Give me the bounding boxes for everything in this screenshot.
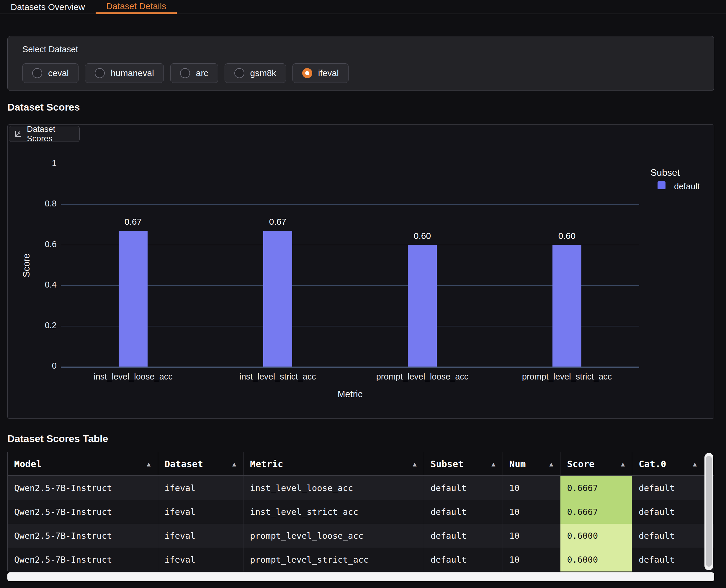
x-axis-line xyxy=(61,366,639,368)
tab-label: Dataset Details xyxy=(106,1,166,11)
table-row: Qwen2.5-7B-Instructifevalprompt_level_lo… xyxy=(8,524,714,548)
table-cell: inst_level_loose_acc xyxy=(243,476,424,500)
sort-ascending-icon[interactable]: ▲ xyxy=(549,460,553,468)
column-header-subset[interactable]: Subset▲ xyxy=(424,453,503,475)
bar-prompt_level_loose_acc xyxy=(408,245,437,366)
sort-ascending-icon[interactable]: ▲ xyxy=(413,460,417,468)
sort-ascending-icon[interactable]: ▲ xyxy=(621,460,625,468)
x-axis-title: Metric xyxy=(61,389,639,400)
column-header-metric[interactable]: Metric▲ xyxy=(243,453,424,475)
radio-unselected-icon xyxy=(234,68,244,78)
table-cell: ifeval xyxy=(158,476,243,500)
vertical-scrollbar[interactable] xyxy=(704,453,713,570)
table-cell: default xyxy=(632,476,704,500)
table-cell: default xyxy=(632,500,704,524)
dataset-options: cevalhumanevalarcgsm8kifeval xyxy=(22,63,348,83)
legend-item-label[interactable]: default xyxy=(674,182,700,191)
table-cell: Qwen2.5-7B-Instruct xyxy=(8,476,158,500)
table-cell: default xyxy=(424,500,503,524)
column-header-dataset[interactable]: Dataset▲ xyxy=(158,453,243,475)
x-category-label: prompt_level_loose_acc xyxy=(350,372,495,382)
table-cell: default xyxy=(424,524,503,548)
radio-unselected-icon xyxy=(32,68,42,78)
y-tick-label: 1 xyxy=(8,159,57,168)
radio-selected-icon xyxy=(302,68,312,78)
sort-ascending-icon[interactable]: ▲ xyxy=(693,460,697,468)
column-header-model[interactable]: Model▲ xyxy=(8,453,158,475)
dataset-option-label: ceval xyxy=(48,68,69,78)
table-cell: default xyxy=(424,548,503,571)
dataset-option-arc[interactable]: arc xyxy=(170,63,218,83)
scatter-chart-icon xyxy=(14,129,22,138)
table-cell: prompt_level_strict_acc xyxy=(243,548,424,571)
dataset-option-label: ifeval xyxy=(318,68,339,78)
table-header-row: Model▲Dataset▲Metric▲Subset▲Num▲Score▲Ca… xyxy=(8,453,714,476)
bar-prompt_level_strict_acc xyxy=(552,245,581,366)
table-cell: Qwen2.5-7B-Instruct xyxy=(8,524,158,548)
table-cell: ifeval xyxy=(158,548,243,571)
dataset-scores-chart-panel: Dataset Scores 00.20.40.60.810.67inst_le… xyxy=(7,124,714,419)
table-cell: Qwen2.5-7B-Instruct xyxy=(8,500,158,524)
bar-value-label: 0.67 xyxy=(205,217,350,227)
radio-unselected-icon xyxy=(95,68,105,78)
select-dataset-label: Select Dataset xyxy=(22,44,78,54)
dataset-option-label: arc xyxy=(196,68,208,78)
table-cell: default xyxy=(424,476,503,500)
x-category-label: prompt_level_strict_acc xyxy=(495,372,639,382)
table-row: Qwen2.5-7B-Instructifevalinst_level_stri… xyxy=(8,500,714,524)
chart-section-title: Dataset Scores xyxy=(7,101,80,113)
tab-dataset-details[interactable]: Dataset Details xyxy=(96,0,177,14)
table-row: Qwen2.5-7B-Instructifevalprompt_level_st… xyxy=(8,548,714,571)
horizontal-scrollbar[interactable] xyxy=(7,572,714,581)
bar-value-label: 0.60 xyxy=(350,231,495,241)
column-header-cat-0[interactable]: Cat.0▲ xyxy=(632,453,704,475)
column-header-label: Dataset xyxy=(165,459,203,469)
y-tick-label: 0.2 xyxy=(8,320,57,330)
bar-inst_level_loose_acc xyxy=(119,231,147,366)
table-row: Qwen2.5-7B-Instructifevalinst_level_loos… xyxy=(8,476,714,500)
dataset-option-humaneval[interactable]: humaneval xyxy=(85,63,164,83)
table-cell: default xyxy=(632,548,704,571)
table-cell: prompt_level_loose_acc xyxy=(243,524,424,548)
table-cell: 10 xyxy=(503,548,561,571)
dataset-scores-table: Model▲Dataset▲Metric▲Subset▲Num▲Score▲Ca… xyxy=(7,452,714,571)
dataset-option-label: humaneval xyxy=(111,68,154,78)
tab-label: Datasets Overview xyxy=(11,2,85,12)
score-cell: 0.6000 xyxy=(560,524,632,548)
x-category-label: inst_level_strict_acc xyxy=(205,372,350,382)
dataset-dashboard: Datasets Overview Dataset Details Select… xyxy=(0,0,726,588)
dataset-option-ifeval[interactable]: ifeval xyxy=(293,63,348,83)
column-header-label: Num xyxy=(509,459,526,469)
bar-value-label: 0.67 xyxy=(61,217,205,227)
score-cell: 0.6667 xyxy=(560,476,632,500)
column-header-score[interactable]: Score▲ xyxy=(560,453,632,475)
x-category-label: inst_level_loose_acc xyxy=(61,372,205,382)
table-cell: 10 xyxy=(503,524,561,548)
y-tick-label: 0.6 xyxy=(8,239,57,249)
chart-tab-label: Dataset Scores xyxy=(27,124,79,143)
top-tab-bar: Datasets Overview Dataset Details xyxy=(0,0,726,14)
dataset-option-ceval[interactable]: ceval xyxy=(22,63,79,83)
vertical-scrollbar-thumb[interactable] xyxy=(706,456,712,567)
sort-ascending-icon[interactable]: ▲ xyxy=(232,460,236,468)
legend-title: Subset xyxy=(650,167,680,178)
table-cell: 10 xyxy=(503,476,561,500)
column-header-label: Metric xyxy=(250,459,283,469)
dataset-option-label: gsm8k xyxy=(250,68,276,78)
legend-swatch[interactable] xyxy=(658,181,666,189)
tab-datasets-overview[interactable]: Datasets Overview xyxy=(0,0,96,14)
bar-value-label: 0.60 xyxy=(495,231,639,241)
table-cell: default xyxy=(632,524,704,548)
sort-ascending-icon[interactable]: ▲ xyxy=(491,460,495,468)
y-axis-title: Score xyxy=(21,254,32,277)
table-cell: 10 xyxy=(503,500,561,524)
table-section-title: Dataset Scores Table xyxy=(7,433,108,444)
sort-ascending-icon[interactable]: ▲ xyxy=(147,460,150,468)
dataset-option-gsm8k[interactable]: gsm8k xyxy=(225,63,286,83)
column-header-label: Score xyxy=(567,459,594,469)
column-header-num[interactable]: Num▲ xyxy=(503,453,561,475)
y-tick-label: 0 xyxy=(8,361,57,371)
bar-inst_level_strict_acc xyxy=(263,231,292,366)
chart-panel-tab[interactable]: Dataset Scores xyxy=(9,126,80,142)
gridline xyxy=(61,204,639,205)
